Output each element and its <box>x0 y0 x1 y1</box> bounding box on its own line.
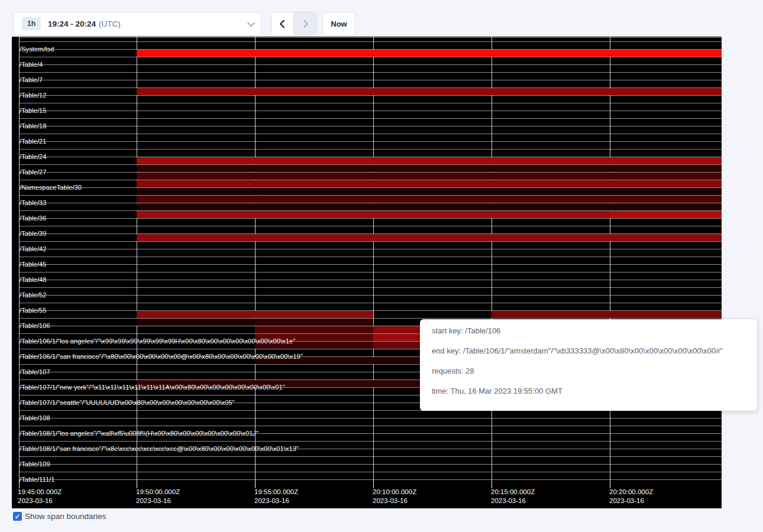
row-label: /Table/4 <box>20 61 43 68</box>
row-label: /Table/18 <box>20 122 47 129</box>
heat-band[interactable] <box>255 326 373 333</box>
heat-band[interactable] <box>137 203 722 210</box>
row-label: /Table/15 <box>20 107 47 114</box>
heat-band[interactable] <box>137 188 722 195</box>
row-label: /Table/109 <box>20 460 50 468</box>
span-boundary-line <box>19 456 722 457</box>
heat-band[interactable] <box>373 342 420 349</box>
heat-band[interactable] <box>137 50 722 57</box>
row-label: /System/tsd <box>20 46 54 53</box>
span-boundary-line <box>19 72 722 73</box>
row-label: /Table/108/1/"san francisco"/"\x8c\xcc\x… <box>20 445 299 452</box>
now-button[interactable]: Now <box>322 12 355 35</box>
heat-band[interactable] <box>373 326 420 333</box>
heatmap-tooltip: start key: /Table/106 end key: /Table/10… <box>420 319 757 411</box>
chevron-right-icon <box>301 20 310 28</box>
row-label: /Table/106 <box>20 322 50 329</box>
span-boundary-line <box>19 126 722 126</box>
range-text: 19:24 - 20:24 <box>48 20 96 28</box>
range-duration-chip: 1h <box>22 17 41 30</box>
axis-time-label: 20:10:00.000Z 2023-03-16 <box>373 488 416 505</box>
span-boundary-line <box>19 272 722 273</box>
footer: ✓ Show span boundaries <box>13 512 106 521</box>
row-label: /Table/111/1 <box>20 476 55 483</box>
span-boundary-line <box>19 103 722 103</box>
span-boundary-line <box>19 287 722 288</box>
row-label: /Table/42 <box>20 245 47 252</box>
heat-band[interactable] <box>137 234 722 241</box>
span-boundary-line <box>19 41 722 42</box>
row-label: /NamespaceTable/30 <box>20 184 82 191</box>
time-nav-group <box>271 12 317 35</box>
chevron-down-icon <box>247 19 255 27</box>
row-label: /Table/52 <box>20 291 47 299</box>
row-label: /Table/107/1/"seattle"/"UUUUUUD\x00\x80\… <box>20 399 235 406</box>
time-range-selector[interactable]: 1h 19:24 - 20:24 (UTC) <box>13 12 261 35</box>
heat-band[interactable] <box>492 311 722 318</box>
row-label: /Table/48 <box>20 276 47 283</box>
tooltip-requests: requests: 28 <box>432 361 745 381</box>
time-bucket-line <box>492 37 492 485</box>
time-bucket-line <box>610 37 610 485</box>
span-boundary-line <box>19 464 722 465</box>
axis-time-label: 19:45:00.000Z 2023-03-16 <box>18 488 62 505</box>
tooltip-start-key: start key: /Table/106 <box>432 321 745 341</box>
span-boundary-line <box>19 472 722 472</box>
row-label: /Table/107/1/"new york"/"\x11\x11\x11\x1… <box>20 384 285 391</box>
heat-band[interactable] <box>137 196 722 203</box>
span-boundary-line <box>19 141 722 142</box>
show-span-boundaries-checkbox[interactable]: ✓ <box>13 512 22 521</box>
time-bucket-line <box>137 37 137 485</box>
row-label: /Table/106/1/"san francisco"/"\x80\x00\x… <box>20 353 303 360</box>
row-label: /Table/21 <box>20 138 47 145</box>
chevron-left-icon <box>278 20 287 28</box>
next-range-button[interactable] <box>294 12 316 35</box>
span-boundary-line <box>19 418 722 419</box>
heatmap-top-border <box>19 37 722 38</box>
axis-time-label: 19:50:00.000Z 2023-03-16 <box>136 488 180 505</box>
span-boundary-line <box>19 426 722 426</box>
heat-band[interactable] <box>137 88 722 95</box>
span-boundary-line <box>19 226 722 226</box>
row-label: /Table/12 <box>20 92 47 99</box>
axis-time-label: 20:20:00.000Z 2023-03-16 <box>609 488 653 505</box>
span-boundary-line <box>19 80 722 80</box>
key-visualizer-heatmap[interactable]: /System/tsd/Table/4/Table/7/Table/12/Tab… <box>12 37 722 508</box>
span-boundary-line <box>19 479 722 480</box>
span-boundary-line <box>19 218 722 219</box>
span-boundary-line <box>19 241 722 242</box>
span-boundary-line <box>19 264 722 265</box>
heat-band[interactable] <box>137 173 722 180</box>
row-label: /Table/7 <box>20 76 43 83</box>
time-bucket-line <box>255 37 256 485</box>
heat-band[interactable] <box>137 157 722 164</box>
span-boundary-line <box>19 280 722 280</box>
range-timezone: (UTC) <box>99 20 121 28</box>
row-label: /Table/108 <box>20 414 50 421</box>
heat-band[interactable] <box>137 165 722 172</box>
heat-band[interactable] <box>610 211 722 218</box>
heat-band[interactable] <box>137 311 373 318</box>
prev-range-button[interactable] <box>271 12 294 35</box>
row-label: /Table/24 <box>20 153 47 160</box>
row-label: /Table/39 <box>20 230 47 237</box>
span-boundary-line <box>19 64 722 65</box>
check-icon: ✓ <box>14 513 20 520</box>
heat-band[interactable] <box>137 211 610 218</box>
span-boundary-line <box>19 249 722 249</box>
tooltip-time: time: Thu, 16 Mar 2023 19:55:00 GMT <box>432 381 745 401</box>
span-boundary-line <box>19 134 722 134</box>
heat-band[interactable] <box>137 319 255 326</box>
span-boundary-line <box>19 95 722 96</box>
span-boundary-line <box>19 118 722 119</box>
heat-band[interactable] <box>373 334 420 341</box>
tooltip-end-key: end key: /Table/106/1/"amsterdam"/"\xb33… <box>432 341 745 361</box>
span-boundary-line <box>19 295 722 296</box>
row-label: /Table/45 <box>20 261 47 268</box>
row-label: /Table/33 <box>20 199 47 206</box>
span-boundary-line <box>19 441 722 442</box>
show-span-boundaries-label: Show span boundaries <box>25 512 106 521</box>
span-boundary-line <box>19 111 722 111</box>
heat-band[interactable] <box>255 319 373 326</box>
heat-band[interactable] <box>137 180 722 187</box>
